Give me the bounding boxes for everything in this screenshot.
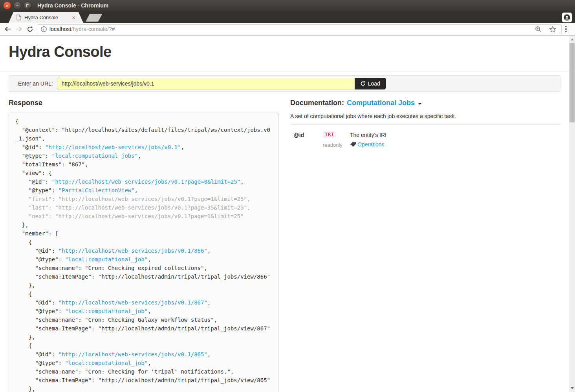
- json-text: {: [15, 343, 32, 349]
- json-text: ,: [207, 351, 211, 357]
- back-button[interactable]: [2, 26, 13, 32]
- json-link[interactable]: "local:computational_jobs": [52, 153, 138, 159]
- divider: [0, 71, 569, 71]
- page-content: Hydra Console Enter an URL: Load Respons…: [0, 36, 569, 392]
- tags-icon: [350, 141, 356, 148]
- json-text: ,: [207, 299, 211, 306]
- new-tab-button[interactable]: [86, 14, 102, 22]
- json-text: "view": {: [15, 170, 52, 176]
- property-readonly-flag: readonly: [323, 142, 350, 148]
- json-text: "schema:name": "Cron: Checking expired c…: [15, 265, 207, 271]
- scrollbar[interactable]: [569, 36, 575, 392]
- url-input[interactable]: [57, 78, 355, 89]
- browser-toolbar: localhost/hydra-console/?#: [0, 23, 575, 36]
- page-title: Hydra Console: [9, 44, 560, 60]
- json-link[interactable]: "local:computational_job": [65, 360, 148, 366]
- close-icon[interactable]: ×: [3, 2, 11, 9]
- json-link[interactable]: "http://localhost/web-services/jobs/v0.1…: [59, 299, 207, 306]
- screen: { "window": { "title": "Hydra Console - …: [0, 0, 575, 392]
- json-text: "@id":: [15, 179, 52, 185]
- json-text: "next": "http://localhost/web-services/j…: [15, 213, 244, 219]
- json-text: "@type":: [15, 360, 65, 366]
- json-text: "schema:ItemPage": "http://localhost/adm…: [15, 377, 270, 383]
- documentation-panel: Documentation: Computational Jobs A set …: [290, 99, 560, 392]
- menu-icon[interactable]: [565, 26, 567, 33]
- load-button-label: Load: [368, 80, 380, 87]
- json-text: "@id":: [15, 351, 59, 357]
- url-path: /hydra-console/?#: [71, 26, 115, 32]
- json-text: "@type":: [15, 187, 59, 193]
- scroll-down-arrow[interactable]: [569, 385, 575, 391]
- tab-hydra-console[interactable]: Hydra Console ×: [9, 12, 83, 23]
- json-text: "@type":: [15, 153, 52, 159]
- json-text: "@id":: [15, 299, 59, 306]
- documentation-label: Documentation:: [290, 99, 344, 107]
- profile-avatar-button[interactable]: [562, 13, 572, 22]
- json-text: "schema:ItemPage": "http://localhost/adm…: [15, 273, 270, 280]
- property-row: @id IRI readonly The entity's IRI Operat…: [290, 125, 560, 148]
- json-link[interactable]: "http://localhost/web-services/jobs/v0.1…: [52, 179, 240, 185]
- json-text: "schema:name": "Cron: Checking Galaxy wo…: [15, 317, 217, 323]
- json-text: ,: [134, 187, 137, 193]
- forward-arrow-icon: [15, 26, 22, 32]
- chevron-down-icon: [418, 103, 422, 105]
- property-name: @id: [294, 131, 323, 148]
- load-button[interactable]: Load: [355, 78, 386, 89]
- doc-class-dropdown[interactable]: Computational Jobs: [347, 99, 415, 107]
- url-label: Enter an URL:: [18, 80, 53, 87]
- response-json: { "@context": "http://localhost/sites/de…: [9, 113, 278, 392]
- maximize-icon[interactable]: [24, 2, 31, 9]
- zoom-icon[interactable]: [535, 26, 542, 33]
- tab-strip: Hydra Console ×: [0, 11, 575, 23]
- window-title: Hydra Console - Chromium: [37, 2, 108, 9]
- json-text: {: [15, 239, 32, 245]
- json-text: "first": "http://localhost/web-services/…: [15, 196, 250, 202]
- json-text: ,: [148, 308, 151, 314]
- json-text: "schema:name": "Cron: Checking for 'trip…: [15, 368, 234, 375]
- json-link[interactable]: "http://localhost/web-services/jobs/v0.1…: [59, 248, 207, 254]
- response-heading: Response: [9, 99, 278, 107]
- json-text: },: [15, 282, 35, 288]
- json-text: ,: [148, 256, 151, 263]
- json-text: "schema:ItemPage": "http://localhost/adm…: [15, 325, 270, 332]
- info-icon: [41, 26, 47, 32]
- property-type-badge: IRI: [323, 131, 336, 138]
- tab-close-icon[interactable]: ×: [72, 15, 75, 20]
- json-text: "last": "http://localhost/web-services/j…: [15, 204, 250, 211]
- json-text: },: [15, 334, 35, 340]
- property-description: The entity's IRI: [350, 131, 560, 138]
- star-icon[interactable]: [549, 26, 556, 33]
- reload-icon: [27, 26, 33, 33]
- json-text: ,: [148, 360, 151, 366]
- scrollbar-thumb[interactable]: [570, 43, 575, 122]
- json-link[interactable]: "PartialCollectionView": [59, 187, 135, 193]
- json-link[interactable]: "http://localhost/web-services/jobs/v0.1…: [45, 144, 181, 150]
- json-text: "totalItems": "867",: [15, 161, 88, 168]
- json-text: ,: [207, 248, 211, 254]
- scroll-up-arrow[interactable]: [569, 36, 575, 42]
- json-link[interactable]: "local:computational_job": [65, 308, 148, 314]
- json-text: "@context": "http://localhost/sites/defa…: [15, 127, 270, 142]
- json-link[interactable]: "http://localhost/web-services/jobs/v0.1…: [59, 351, 207, 357]
- response-panel: Response { "@context": "http://localhost…: [9, 99, 278, 392]
- profile-avatar-icon: [564, 14, 570, 21]
- json-text: "@id":: [15, 144, 45, 150]
- window-titlebar: × − Hydra Console - Chromium: [0, 0, 575, 11]
- json-text: ,: [138, 153, 141, 159]
- doc-description: A set of computational jobs where each j…: [290, 113, 560, 119]
- json-text: "@type":: [15, 256, 65, 263]
- json-text: ,: [181, 144, 184, 150]
- forward-button[interactable]: [13, 26, 24, 32]
- json-text: },: [15, 222, 29, 228]
- minimize-icon[interactable]: −: [13, 2, 21, 9]
- reload-button[interactable]: [24, 26, 35, 33]
- json-text: ,: [240, 179, 244, 185]
- json-text: {: [15, 291, 32, 297]
- address-bar[interactable]: localhost/hydra-console/?#: [37, 24, 562, 34]
- operations-link[interactable]: Operations: [357, 141, 384, 148]
- page-icon: [16, 15, 21, 20]
- json-text: "member": [: [15, 230, 59, 237]
- documentation-heading: Documentation: Computational Jobs: [290, 99, 560, 107]
- json-link[interactable]: "local:computational_job": [65, 256, 148, 263]
- tab-title: Hydra Console: [24, 15, 72, 20]
